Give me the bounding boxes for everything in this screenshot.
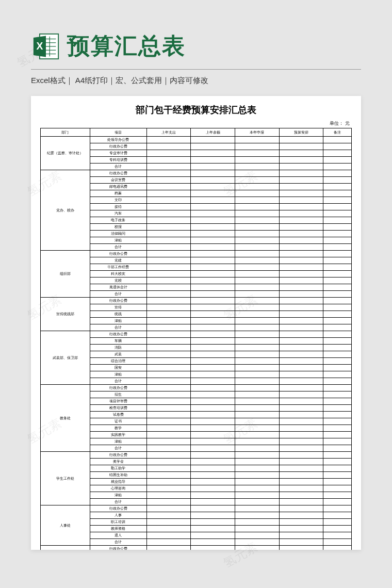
data-cell bbox=[323, 405, 352, 412]
data-cell bbox=[146, 472, 191, 479]
data-cell bbox=[235, 365, 279, 371]
data-cell bbox=[279, 452, 323, 459]
data-cell bbox=[191, 257, 235, 264]
data-cell bbox=[323, 351, 352, 358]
item-cell: 合计 bbox=[90, 445, 146, 452]
data-cell bbox=[323, 385, 352, 391]
data-cell bbox=[146, 277, 191, 284]
data-cell bbox=[235, 405, 279, 412]
data-cell bbox=[146, 479, 191, 485]
data-cell bbox=[323, 398, 352, 405]
item-cell: 津贴 bbox=[90, 371, 146, 378]
data-cell bbox=[279, 277, 323, 284]
data-cell bbox=[235, 257, 279, 264]
data-cell bbox=[323, 224, 352, 231]
dept-cell: 纪委（监察、审计处） bbox=[41, 137, 90, 170]
item-cell: 合计 bbox=[90, 291, 146, 298]
data-cell bbox=[191, 358, 235, 365]
data-cell bbox=[279, 532, 323, 539]
spreadsheet-preview: 部门包干经费预算安排汇总表 单位： 元 部门项目上年支出上年余额本年申报预算安排… bbox=[31, 96, 361, 550]
data-cell bbox=[323, 391, 352, 398]
data-cell bbox=[146, 425, 191, 432]
item-cell: 武装 bbox=[90, 351, 146, 358]
data-cell bbox=[279, 157, 323, 164]
data-cell bbox=[191, 526, 235, 532]
data-cell bbox=[323, 143, 352, 150]
dept-cell: 财务处 bbox=[41, 546, 90, 550]
data-cell bbox=[191, 277, 235, 284]
data-cell bbox=[235, 459, 279, 465]
data-cell bbox=[279, 291, 323, 298]
item-cell: 接待 bbox=[90, 204, 146, 210]
data-cell bbox=[279, 412, 323, 418]
item-cell: 教学 bbox=[90, 425, 146, 432]
data-cell bbox=[235, 170, 279, 177]
item-cell: 专业审计费 bbox=[90, 150, 146, 157]
data-cell bbox=[191, 304, 235, 311]
item-cell: 科大校友 bbox=[90, 271, 146, 277]
data-cell bbox=[323, 204, 352, 210]
svg-text:X: X bbox=[36, 41, 43, 52]
data-cell bbox=[235, 264, 279, 271]
data-cell bbox=[279, 257, 323, 264]
data-cell bbox=[323, 298, 352, 304]
data-cell bbox=[191, 217, 235, 224]
data-cell bbox=[235, 271, 279, 277]
data-cell bbox=[235, 224, 279, 231]
data-cell bbox=[146, 251, 191, 257]
table-row: 人事处行政办公费 bbox=[41, 505, 352, 512]
data-cell bbox=[191, 465, 235, 472]
data-cell bbox=[146, 532, 191, 539]
data-cell bbox=[279, 271, 323, 277]
data-cell bbox=[279, 217, 323, 224]
data-cell bbox=[191, 519, 235, 526]
data-cell bbox=[235, 532, 279, 539]
data-cell bbox=[146, 331, 191, 338]
data-cell bbox=[323, 170, 352, 177]
item-cell: 综合治理 bbox=[90, 358, 146, 365]
data-cell bbox=[235, 492, 279, 499]
data-cell bbox=[279, 324, 323, 331]
data-cell bbox=[235, 345, 279, 351]
data-cell bbox=[191, 231, 235, 237]
data-cell bbox=[235, 378, 279, 385]
data-cell bbox=[235, 432, 279, 438]
data-cell bbox=[279, 284, 323, 291]
data-cell bbox=[146, 505, 191, 512]
data-cell bbox=[191, 311, 235, 318]
data-cell bbox=[191, 539, 235, 546]
item-cell: 电子政务 bbox=[90, 217, 146, 224]
data-cell bbox=[279, 512, 323, 519]
item-cell: 行政办公费 bbox=[90, 143, 146, 150]
data-cell bbox=[279, 177, 323, 184]
data-cell bbox=[146, 137, 191, 143]
data-cell bbox=[146, 224, 191, 231]
data-cell bbox=[323, 264, 352, 271]
data-cell bbox=[235, 184, 279, 190]
data-cell bbox=[146, 546, 191, 550]
item-cell: 合计 bbox=[90, 244, 146, 251]
dept-cell: 教务处 bbox=[41, 385, 90, 452]
data-cell bbox=[323, 546, 352, 550]
column-header: 预算安排 bbox=[279, 128, 323, 137]
data-cell bbox=[191, 197, 235, 204]
data-cell bbox=[279, 485, 323, 492]
data-cell bbox=[191, 190, 235, 197]
data-cell bbox=[279, 405, 323, 412]
data-cell bbox=[235, 311, 279, 318]
data-cell bbox=[146, 338, 191, 345]
data-cell bbox=[279, 418, 323, 425]
table-header-row: 部门项目上年支出上年余额本年申报预算安排备注 bbox=[41, 128, 352, 137]
data-cell bbox=[235, 157, 279, 164]
data-cell bbox=[323, 338, 352, 345]
data-cell bbox=[279, 190, 323, 197]
data-cell bbox=[235, 177, 279, 184]
item-cell: 合计 bbox=[90, 324, 146, 331]
data-cell bbox=[235, 210, 279, 217]
data-cell bbox=[323, 532, 352, 539]
data-cell bbox=[235, 539, 279, 546]
table-row: 财务处行政办公费 bbox=[41, 546, 352, 550]
data-cell bbox=[146, 519, 191, 526]
item-cell: 合计 bbox=[90, 539, 146, 546]
data-cell bbox=[191, 505, 235, 512]
